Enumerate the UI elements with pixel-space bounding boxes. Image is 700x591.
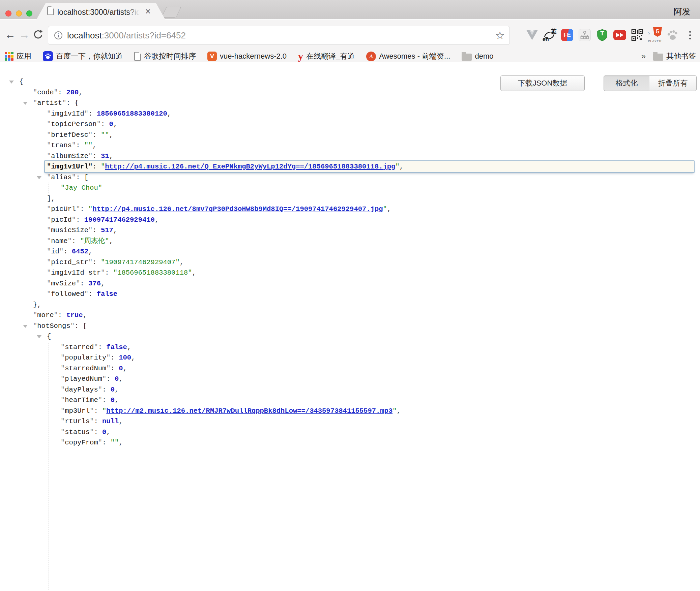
folder-icon — [653, 54, 663, 61]
json-link[interactable]: http://p4.music.126.net/8mv7qP30Pd3oHW8b… — [92, 205, 383, 213]
json-colon: : — [72, 237, 80, 245]
json-comma: , — [180, 258, 184, 266]
collapse-triangle[interactable] — [23, 102, 28, 105]
json-line: "mvSize": 376, — [0, 278, 700, 289]
json-colon: : — [111, 354, 119, 362]
json-key: starred — [65, 343, 94, 351]
active-tab[interactable]: localhost:3000/artists?id=645 × — [36, 3, 165, 20]
zoom-window-button[interactable] — [26, 10, 32, 17]
json-quote: " — [47, 110, 51, 118]
json-key: hotSongs — [37, 322, 70, 330]
tampermonkey-icon[interactable]: T — [593, 26, 611, 44]
json-quote: " — [61, 343, 65, 351]
json-comma: , — [83, 311, 87, 319]
json-key: img1v1Url — [51, 163, 88, 170]
collapse-triangle[interactable] — [9, 81, 14, 84]
tab-title: localhost:3000/artists?id=645 — [57, 7, 142, 18]
profile-name[interactable]: 阿发 — [674, 6, 691, 17]
json-line: "followed": false — [0, 289, 700, 300]
json-value: false — [106, 343, 127, 351]
other-bookmarks[interactable]: 其他书签 — [653, 51, 696, 61]
json-comma: , — [115, 386, 119, 394]
json-quote: " — [61, 375, 65, 383]
json-line: "Jay Chou" — [0, 183, 700, 193]
json-quote: " — [47, 269, 51, 277]
collapse-triangle[interactable] — [37, 176, 41, 179]
json-comma: , — [115, 396, 119, 404]
json-comma: , — [119, 439, 123, 446]
bookmark-item-awesomes[interactable]: A Awesomes - 前端资... — [366, 51, 450, 61]
json-comma: , — [88, 248, 92, 255]
address-bar[interactable]: localhost:3000/artists?id=6452 ☆ — [48, 26, 510, 45]
json-comma: , — [109, 131, 113, 139]
json-value: 6452 — [72, 248, 88, 255]
json-quote: " — [94, 343, 98, 351]
json-quote: " — [33, 99, 37, 107]
json-colon: : — [94, 428, 102, 436]
json-string: "周杰伦" — [80, 237, 109, 245]
json-quote: " — [59, 248, 63, 255]
json-key: dayPlays — [65, 386, 98, 394]
json-line: "popularity": 100, — [0, 352, 700, 363]
html5-player-icon[interactable]: s 5 PLAYER — [646, 26, 664, 44]
json-line: "picUrl": "http://p4.music.126.net/8mv7q… — [0, 204, 700, 215]
bookmark-item-baidu[interactable]: 百度一下，你就知道 — [43, 51, 123, 61]
json-quote: " — [88, 226, 92, 234]
bookmarks-overflow-chevron[interactable]: » — [641, 52, 646, 61]
new-tab-button[interactable] — [161, 7, 181, 18]
browser-menu-icon[interactable] — [681, 26, 699, 44]
json-key: name — [51, 237, 67, 245]
vue-devtools-icon[interactable] — [523, 26, 541, 44]
url-text[interactable]: localhost:3000/artists?id=6452 — [67, 30, 186, 41]
json-link[interactable]: http://m2.music.126.net/RMJR7wDullRqppBk… — [106, 407, 392, 415]
json-quote: " — [61, 386, 65, 394]
bookmark-item-youdao[interactable]: y 在线翻译_有道 — [298, 51, 355, 61]
json-colon: : — [92, 152, 101, 160]
page-info-icon[interactable] — [54, 31, 62, 39]
fe-icon[interactable]: FE — [558, 26, 576, 44]
json-bracket: { — [75, 99, 79, 107]
json-quote: " — [47, 174, 51, 181]
back-button[interactable]: ← — [3, 28, 17, 42]
bookmark-item-google-sort[interactable]: 谷歌按时间排序 — [134, 51, 196, 61]
translate-icon[interactable]: 英 en — [541, 26, 558, 44]
json-key: img1v1Id_str — [51, 269, 101, 277]
json-key: followed — [51, 290, 84, 298]
json-key: artist — [37, 99, 62, 107]
bookmark-item-demo[interactable]: demo — [462, 52, 493, 61]
json-bracket: [ — [83, 322, 87, 330]
json-key: img1v1Id — [51, 110, 84, 118]
json-line: "topicPerson": 0, — [0, 119, 700, 130]
json-value: 18569651883380120 — [97, 110, 167, 118]
bookmark-star-icon[interactable]: ☆ — [495, 29, 505, 42]
json-link[interactable]: http://p4.music.126.net/Q_ExePNkmgB2yWyL… — [105, 163, 395, 170]
json-value: 0 — [111, 396, 115, 404]
json-value: 0 — [119, 365, 123, 372]
close-window-button[interactable] — [5, 10, 11, 17]
paw-icon[interactable] — [664, 26, 681, 44]
bookmarks-overflow: » 其他书签 — [641, 51, 696, 61]
json-comma: , — [119, 417, 123, 425]
json-key: starredNum — [65, 365, 106, 372]
json-quote: " — [98, 386, 102, 394]
tab-close-button[interactable]: × — [143, 7, 153, 17]
json-key: mp3Url — [65, 407, 90, 415]
json-colon: : — [94, 407, 102, 415]
bookmark-item-vue-hackernews[interactable]: V vue-hackernews-2.0 — [207, 52, 287, 61]
json-quote: " — [102, 407, 106, 415]
collapse-triangle[interactable] — [37, 335, 41, 338]
qr-code-icon[interactable] — [629, 26, 646, 44]
json-quote: " — [97, 120, 101, 128]
json-quote: " — [84, 110, 88, 118]
minimize-window-button[interactable] — [16, 10, 22, 17]
json-colon: : — [111, 365, 119, 372]
json-colon: : — [94, 417, 102, 425]
json-quote: " — [47, 237, 51, 245]
reload-button[interactable] — [33, 30, 43, 40]
sitemap-icon[interactable] — [576, 26, 593, 44]
json-quote: " — [54, 89, 58, 96]
collapse-triangle[interactable] — [23, 325, 28, 328]
bookmark-item-apps[interactable]: 应用 — [5, 51, 31, 61]
json-colon: : — [102, 386, 111, 394]
fast-forward-icon[interactable] — [611, 26, 629, 44]
